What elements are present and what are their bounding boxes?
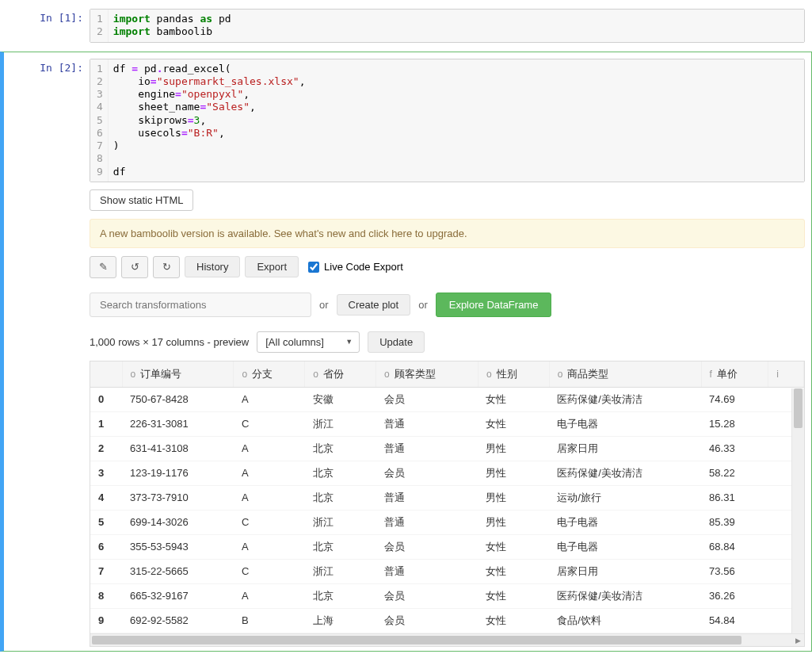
table-cell[interactable]: 浙江 (305, 510, 376, 534)
table-cell[interactable]: 女性 (478, 387, 549, 411)
table-cell[interactable]: 74.69 (701, 387, 768, 411)
table-cell[interactable]: 北京 (305, 534, 376, 559)
table-cell[interactable]: 北京 (305, 485, 376, 510)
column-header[interactable]: o省份 (305, 361, 376, 388)
table-cell[interactable]: 电子电器 (549, 534, 701, 559)
create-plot-button[interactable]: Create plot (337, 294, 411, 316)
table-cell[interactable]: B (234, 608, 305, 633)
table-cell[interactable]: A (234, 387, 305, 411)
table-cell[interactable]: 男性 (478, 510, 549, 534)
redo-icon[interactable]: ↻ (153, 256, 180, 278)
table-cell[interactable]: 医药保健/美妆清洁 (549, 583, 701, 608)
table-cell[interactable]: 食品/饮料 (549, 608, 701, 633)
table-cell[interactable]: 男性 (478, 485, 549, 510)
edit-icon[interactable]: ✎ (90, 256, 116, 278)
table-cell[interactable]: 普通 (376, 436, 478, 461)
columns-select[interactable]: [All columns] (257, 331, 360, 353)
table-cell[interactable]: A (234, 436, 305, 461)
code-editor[interactable]: 12 import pandas as pd import bamboolib (90, 9, 805, 43)
table-cell[interactable]: 36.26 (701, 583, 768, 608)
update-button[interactable]: Update (368, 331, 425, 353)
table-cell[interactable]: 运动/旅行 (549, 485, 701, 510)
table-cell[interactable]: 居家日用 (549, 559, 701, 583)
table-cell[interactable]: 会员 (376, 534, 478, 559)
code-content[interactable]: df = pd.read_excel( io="supermarkt_sales… (109, 59, 804, 182)
table-cell[interactable]: 54.84 (701, 608, 768, 633)
table-cell[interactable]: 女性 (478, 534, 549, 559)
table-cell[interactable]: 普通 (376, 510, 478, 534)
vertical-scrollbar-thumb[interactable] (794, 388, 802, 428)
table-cell[interactable]: 女性 (478, 583, 549, 608)
show-static-html-button[interactable]: Show static HTML (90, 189, 193, 211)
column-header[interactable]: o商品类型 (549, 361, 701, 388)
table-cell[interactable]: 355-53-5943 (122, 534, 234, 559)
table-cell[interactable]: A (234, 485, 305, 510)
scroll-right-icon[interactable]: ▶ (791, 634, 804, 647)
table-cell[interactable]: 692-92-5582 (122, 608, 234, 633)
column-header[interactable]: o顾客类型 (376, 361, 478, 388)
column-header[interactable]: o分支 (234, 361, 305, 388)
table-cell[interactable]: 北京 (305, 461, 376, 485)
table-cell[interactable]: 浙江 (305, 559, 376, 583)
table-cell[interactable]: C (234, 411, 305, 436)
table-cell[interactable]: 上海 (305, 608, 376, 633)
table-cell[interactable]: 73.56 (701, 559, 768, 583)
column-header[interactable]: o性别 (478, 361, 549, 388)
table-cell[interactable]: 86.31 (701, 485, 768, 510)
horizontal-scrollbar-thumb[interactable] (92, 636, 741, 644)
table-cell[interactable]: 373-73-7910 (122, 485, 234, 510)
live-code-checkbox-input[interactable] (308, 262, 319, 273)
column-header[interactable]: o订单编号 (122, 361, 234, 388)
table-cell[interactable]: 226-31-3081 (122, 411, 234, 436)
table-cell[interactable]: 会员 (376, 583, 478, 608)
horizontal-scrollbar[interactable]: ◀ ▶ (90, 633, 804, 646)
table-cell[interactable]: 普通 (376, 411, 478, 436)
search-transformations-input[interactable] (90, 293, 311, 317)
table-cell[interactable]: 女性 (478, 559, 549, 583)
table-cell[interactable]: 会员 (376, 461, 478, 485)
table-cell[interactable]: 46.33 (701, 436, 768, 461)
undo-icon[interactable]: ↺ (121, 256, 148, 278)
table-cell[interactable]: 医药保健/美妆清洁 (549, 461, 701, 485)
table-cell[interactable]: 631-41-3108 (122, 436, 234, 461)
export-button[interactable]: Export (245, 256, 299, 277)
table-cell[interactable]: 普通 (376, 559, 478, 583)
live-code-export-checkbox[interactable]: Live Code Export (308, 261, 403, 273)
table-cell[interactable]: 普通 (376, 485, 478, 510)
table-cell[interactable]: 15.28 (701, 411, 768, 436)
upgrade-banner[interactable]: A new bamboolib version is available. Se… (90, 219, 805, 248)
table-cell[interactable]: 女性 (478, 608, 549, 633)
table-cell[interactable]: 安徽 (305, 387, 376, 411)
table-cell[interactable]: A (234, 534, 305, 559)
table-cell[interactable]: 男性 (478, 436, 549, 461)
table-cell[interactable]: A (234, 461, 305, 485)
table-cell[interactable]: 315-22-5665 (122, 559, 234, 583)
table-cell[interactable]: 85.39 (701, 510, 768, 534)
table-cell[interactable]: A (234, 583, 305, 608)
table-cell[interactable]: 会员 (376, 387, 478, 411)
column-header[interactable]: f单价 (701, 361, 768, 388)
table-cell[interactable]: C (234, 510, 305, 534)
table-cell[interactable]: 女性 (478, 411, 549, 436)
table-cell[interactable]: 北京 (305, 436, 376, 461)
table-cell[interactable]: 699-14-3026 (122, 510, 234, 534)
history-button[interactable]: History (185, 256, 240, 277)
table-cell[interactable]: 居家日用 (549, 436, 701, 461)
code-editor[interactable]: 123456789 df = pd.read_excel( io="superm… (90, 59, 805, 182)
explore-dataframe-button[interactable]: Explore DataFrame (436, 293, 552, 317)
table-cell[interactable]: 58.22 (701, 461, 768, 485)
table-cell[interactable]: 医药保健/美妆清洁 (549, 387, 701, 411)
table-cell[interactable]: C (234, 559, 305, 583)
table-cell[interactable]: 电子电器 (549, 411, 701, 436)
column-header[interactable]: i (768, 361, 804, 388)
table-cell[interactable]: 123-19-1176 (122, 461, 234, 485)
table-cell[interactable]: 750-67-8428 (122, 387, 234, 411)
vertical-scrollbar[interactable] (791, 388, 804, 633)
table-cell[interactable]: 男性 (478, 461, 549, 485)
table-cell[interactable]: 电子电器 (549, 510, 701, 534)
code-content[interactable]: import pandas as pd import bamboolib (109, 10, 804, 42)
table-cell[interactable]: 665-32-9167 (122, 583, 234, 608)
table-cell[interactable]: 68.84 (701, 534, 768, 559)
table-cell[interactable]: 浙江 (305, 411, 376, 436)
table-cell[interactable]: 北京 (305, 583, 376, 608)
